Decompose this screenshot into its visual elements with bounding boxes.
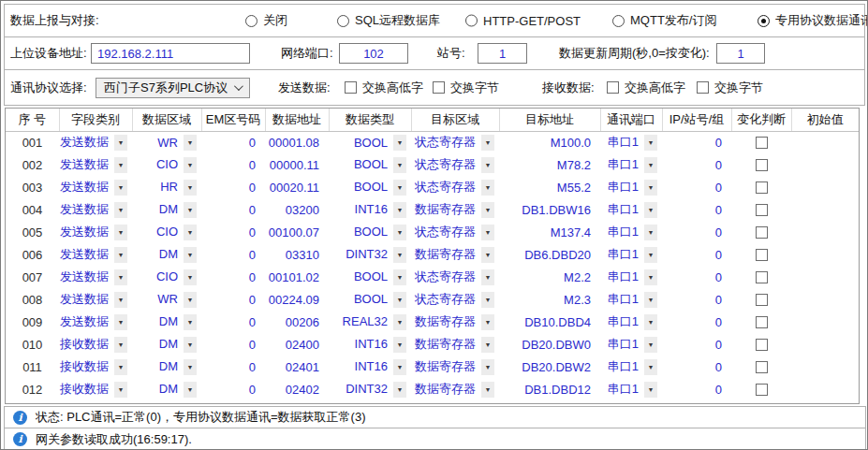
- cell-field-type[interactable]: 接收数据▼: [59, 333, 132, 356]
- dropdown-arrow-icon[interactable]: ▼: [114, 247, 127, 263]
- dropdown-arrow-icon[interactable]: ▼: [393, 314, 406, 330]
- dropdown-arrow-icon[interactable]: ▼: [481, 135, 494, 151]
- checkbox-icon[interactable]: [756, 204, 768, 216]
- cell-ip-station[interactable]: 0: [662, 198, 731, 221]
- column-header[interactable]: 初始值: [791, 109, 859, 131]
- protocol-select[interactable]: 西门子S7系列PLC协议: [96, 78, 250, 98]
- cell-data-area[interactable]: DM▼: [132, 378, 201, 400]
- dropdown-arrow-icon[interactable]: ▼: [644, 292, 657, 308]
- cell-target-area[interactable]: 数据寄存器▼: [411, 198, 499, 221]
- cell-initial-value[interactable]: [791, 131, 859, 153]
- dropdown-arrow-icon[interactable]: ▼: [114, 135, 127, 151]
- dropdown-arrow-icon[interactable]: ▼: [393, 180, 406, 196]
- cell-data-address[interactable]: 00101.02: [265, 266, 329, 288]
- update-cycle-input[interactable]: [716, 43, 765, 64]
- cell-data-address[interactable]: 00001.08: [265, 131, 329, 153]
- dropdown-arrow-icon[interactable]: ▼: [481, 225, 494, 240]
- cell-target-address[interactable]: M78.2: [499, 153, 600, 176]
- cell-target-address[interactable]: DB20.DBW2: [499, 356, 600, 378]
- cell-change-detect[interactable]: [731, 221, 791, 243]
- dropdown-arrow-icon[interactable]: ▼: [114, 202, 127, 218]
- checkbox-icon[interactable]: [756, 271, 768, 283]
- checkbox-icon[interactable]: [756, 316, 768, 328]
- cell-data-type[interactable]: BOOL▼: [329, 221, 411, 243]
- cell-ip-station[interactable]: 0: [662, 378, 731, 400]
- cell-initial-value[interactable]: [791, 288, 859, 311]
- dropdown-arrow-icon[interactable]: ▼: [184, 135, 197, 151]
- cell-data-address[interactable]: 00100.07: [265, 221, 329, 243]
- column-header[interactable]: 目标区域: [411, 109, 499, 131]
- cell-data-address[interactable]: 02402: [265, 378, 329, 400]
- cell-ip-station[interactable]: 0: [662, 131, 731, 153]
- dropdown-arrow-icon[interactable]: ▼: [644, 359, 657, 375]
- cell-ip-station[interactable]: 0: [662, 288, 731, 311]
- radio-option[interactable]: 专用协议数据通讯: [758, 12, 868, 29]
- cell-data-type[interactable]: REAL32▼: [329, 311, 411, 333]
- cell-comm-port[interactable]: 串口1▼: [600, 378, 662, 400]
- host-address-input[interactable]: [91, 43, 250, 64]
- dropdown-arrow-icon[interactable]: ▼: [184, 292, 197, 308]
- cell-comm-port[interactable]: 串口1▼: [600, 153, 662, 176]
- column-header[interactable]: 变化判断: [731, 109, 791, 131]
- column-header[interactable]: 通讯端口: [600, 109, 662, 131]
- dropdown-arrow-icon[interactable]: ▼: [184, 225, 197, 240]
- cell-data-address[interactable]: 02401: [265, 356, 329, 378]
- cell-field-type[interactable]: 接收数据▼: [59, 356, 132, 378]
- dropdown-arrow-icon[interactable]: ▼: [481, 269, 494, 285]
- cell-comm-port[interactable]: 串口1▼: [600, 266, 662, 288]
- dropdown-arrow-icon[interactable]: ▼: [184, 180, 197, 196]
- cell-ip-station[interactable]: 0: [662, 333, 731, 356]
- dropdown-arrow-icon[interactable]: ▼: [184, 382, 197, 398]
- dropdown-arrow-icon[interactable]: ▼: [393, 157, 406, 173]
- cell-field-type[interactable]: 接收数据▼: [59, 378, 132, 400]
- cell-data-address[interactable]: 02400: [265, 333, 329, 356]
- cell-change-detect[interactable]: [731, 131, 791, 153]
- cell-target-area[interactable]: 状态寄存器▼: [411, 153, 499, 176]
- checkbox-icon[interactable]: [756, 159, 768, 171]
- cell-ip-station[interactable]: 0: [662, 153, 731, 176]
- cell-target-address[interactable]: M55.2: [499, 176, 600, 198]
- checkbox-icon[interactable]: [756, 339, 768, 351]
- checkbox-icon[interactable]: [756, 384, 768, 396]
- recv-swap-word-checkbox[interactable]: 交换高低字: [607, 80, 685, 96]
- cell-data-address[interactable]: 00206: [265, 311, 329, 333]
- dropdown-arrow-icon[interactable]: ▼: [114, 269, 127, 285]
- cell-change-detect[interactable]: [731, 153, 791, 176]
- recv-swap-byte-checkbox[interactable]: 交换字节: [697, 80, 763, 96]
- dropdown-arrow-icon[interactable]: ▼: [114, 180, 127, 196]
- cell-target-address[interactable]: DB20.DBW0: [499, 333, 600, 356]
- dropdown-arrow-icon[interactable]: ▼: [481, 157, 494, 173]
- dropdown-arrow-icon[interactable]: ▼: [481, 180, 494, 196]
- cell-target-address[interactable]: M2.3: [499, 288, 600, 311]
- cell-initial-value[interactable]: [791, 153, 859, 176]
- radio-option[interactable]: MQTT发布/订阅: [612, 12, 716, 29]
- send-swap-byte-checkbox[interactable]: 交换字节: [433, 80, 499, 96]
- cell-target-address[interactable]: M137.4: [499, 221, 600, 243]
- cell-data-address[interactable]: 00224.09: [265, 288, 329, 311]
- cell-change-detect[interactable]: [731, 378, 791, 400]
- cell-target-address[interactable]: DB6.DBD20: [499, 243, 600, 266]
- cell-target-area[interactable]: 数据寄存器▼: [411, 333, 499, 356]
- cell-em-number[interactable]: 0: [201, 243, 265, 266]
- cell-comm-port[interactable]: 串口1▼: [600, 176, 662, 198]
- dropdown-arrow-icon[interactable]: ▼: [481, 359, 494, 375]
- cell-em-number[interactable]: 0: [201, 153, 265, 176]
- cell-data-type[interactable]: BOOL▼: [329, 176, 411, 198]
- radio-option[interactable]: SQL远程数据库: [337, 12, 440, 29]
- dropdown-arrow-icon[interactable]: ▼: [184, 314, 197, 330]
- cell-data-area[interactable]: WR▼: [132, 131, 201, 153]
- cell-field-type[interactable]: 发送数据▼: [59, 288, 132, 311]
- cell-em-number[interactable]: 0: [201, 333, 265, 356]
- checkbox-icon[interactable]: [756, 361, 768, 373]
- cell-change-detect[interactable]: [731, 198, 791, 221]
- cell-data-area[interactable]: DM▼: [132, 356, 201, 378]
- dropdown-arrow-icon[interactable]: ▼: [481, 314, 494, 330]
- column-header[interactable]: 字段类别: [59, 109, 132, 131]
- cell-initial-value[interactable]: [791, 378, 859, 400]
- dropdown-arrow-icon[interactable]: ▼: [393, 135, 406, 151]
- cell-target-address[interactable]: DB1.DBW16: [499, 198, 600, 221]
- cell-target-area[interactable]: 数据寄存器▼: [411, 378, 499, 400]
- cell-data-area[interactable]: CIO▼: [132, 153, 201, 176]
- send-swap-word-checkbox[interactable]: 交换高低字: [345, 80, 423, 96]
- dropdown-arrow-icon[interactable]: ▼: [393, 202, 406, 218]
